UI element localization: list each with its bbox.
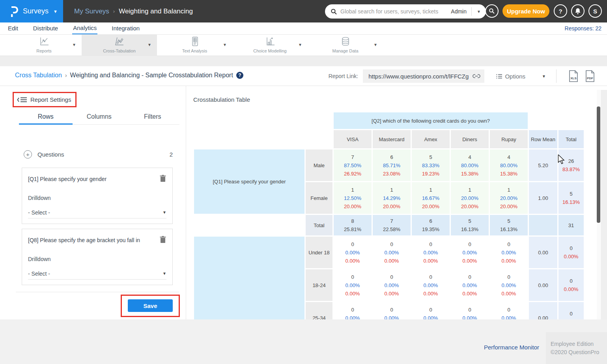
line-chart-icon xyxy=(6,37,82,46)
data-cell: 00.00%0.00% xyxy=(412,302,450,319)
data-cell: 00.00%0.00% xyxy=(334,237,372,268)
data-cell: 112.50%20.00% xyxy=(334,182,372,214)
top-breadcrumb: My Surveys › Weighting and Balancing xyxy=(74,0,193,22)
edition-line1: Employee Edition xyxy=(551,340,607,348)
delete-question-icon[interactable] xyxy=(160,236,166,243)
header-spacer xyxy=(529,112,584,129)
global-search: Admin ▼ xyxy=(325,4,486,19)
toolbar-cross-tabulation[interactable]: ▼ Cross-Tabulation xyxy=(82,35,157,56)
report-help-icon[interactable]: ? xyxy=(236,72,243,79)
choice-modelling-caret-icon[interactable]: ▼ xyxy=(298,43,302,47)
toolbar-choice-modelling[interactable]: ▼ Choice Modelling xyxy=(232,35,308,56)
report-settings-toggle[interactable]: Report Settings xyxy=(13,92,77,107)
data-cell: 00.00%0.00% xyxy=(490,237,528,268)
divider xyxy=(556,69,557,83)
data-cell: 00.00%0.00% xyxy=(334,269,372,301)
delete-question-icon[interactable] xyxy=(160,175,166,182)
page-right-gutter xyxy=(601,90,607,319)
avatar-initial: S xyxy=(593,8,597,15)
question-group-cell xyxy=(194,237,304,319)
data-cell: 00.00%0.00% xyxy=(451,302,489,319)
nav-edit[interactable]: Edit xyxy=(7,23,19,34)
nav-analytics[interactable]: Analytics xyxy=(72,23,97,34)
report-settings-label: Report Settings xyxy=(30,96,71,103)
survey-nav: Edit Distribute Analytics Integration Re… xyxy=(0,22,607,35)
questions-header: + Questions 2 xyxy=(24,150,173,159)
search-submit-button[interactable] xyxy=(485,4,499,18)
group-empty-cell xyxy=(194,215,304,235)
tab-filters[interactable]: Filters xyxy=(126,111,179,125)
global-search-input[interactable] xyxy=(340,8,448,15)
report-content: Cross Tabulation › Weighting and Balanci… xyxy=(0,66,607,319)
export-pdf-button[interactable]: PDF xyxy=(585,70,595,82)
row-label-under-18: Under 18 xyxy=(306,237,332,268)
scrollbar-thumb[interactable] xyxy=(597,106,600,223)
data-cell: 516.13% xyxy=(490,215,528,235)
surveys-menu[interactable]: Surveys ▼ xyxy=(0,0,63,22)
options-caret-icon[interactable]: ▼ xyxy=(542,74,546,78)
tab-rows[interactable]: Rows xyxy=(19,111,73,125)
toolbar-manage-data[interactable]: ▼ Manage Data xyxy=(308,35,383,56)
cross-tab-chart-icon xyxy=(82,37,157,46)
data-cell: 722.58% xyxy=(373,215,411,235)
nav-distribute[interactable]: Distribute xyxy=(32,23,59,34)
search-scope-caret-icon[interactable]: ▼ xyxy=(472,9,486,14)
breadcrumb-separator: › xyxy=(113,8,115,14)
select-caret-icon: ▼ xyxy=(162,210,166,215)
drilldown-label: Drilldown xyxy=(28,195,51,201)
breadcrumb-my-surveys[interactable]: My Surveys xyxy=(74,7,109,15)
data-cell: 480.00%15.38% xyxy=(451,149,489,181)
text-analysis-icon xyxy=(157,37,232,46)
crosstab-title: Crosstabulation Table xyxy=(193,96,250,103)
report-url[interactable]: https://www.questionpro.com/t/lFFCZg xyxy=(368,73,469,80)
settings-tabs: Rows Columns Filters xyxy=(19,111,179,125)
help-button[interactable]: ? xyxy=(554,4,567,18)
divider xyxy=(16,292,179,292)
manage-data-caret-icon[interactable]: ▼ xyxy=(374,43,377,47)
add-question-button[interactable]: + xyxy=(24,150,32,159)
data-cell: 787.50%26.92% xyxy=(334,149,372,181)
select-caret-icon: ▼ xyxy=(162,271,166,276)
crosstab-pane: Crosstabulation Table [Q2] which of the … xyxy=(187,86,607,319)
row-total-cell: 00.00% xyxy=(558,237,584,268)
performance-monitor-link[interactable]: Performance Monitor xyxy=(484,344,539,351)
cross-tabulation-link[interactable]: Cross Tabulation xyxy=(15,72,62,79)
app-window: Surveys ▼ My Surveys › Weighting and Bal… xyxy=(0,0,607,364)
data-cell: 116.67%20.00% xyxy=(412,182,450,214)
col-header-mastercard: Mastercard xyxy=(373,130,411,148)
nav-integration[interactable]: Integration xyxy=(111,23,140,34)
toolbar-text-analysis[interactable]: ▼ Text Analysis xyxy=(157,35,232,56)
row-mean-cell: 0.00 xyxy=(529,302,557,319)
data-cell: 00.00%0.00% xyxy=(373,237,411,268)
notifications-button[interactable] xyxy=(571,4,585,18)
export-xls-button[interactable]: XLS xyxy=(568,70,579,82)
toolbar-reports[interactable]: ▼ Reports xyxy=(6,35,82,56)
upgrade-now-button[interactable]: Upgrade Now xyxy=(502,4,549,18)
bell-icon xyxy=(575,8,581,15)
options-button[interactable]: Options xyxy=(496,73,525,80)
data-cell: 583.33%19.23% xyxy=(412,149,450,181)
search-scope-select[interactable]: Admin xyxy=(448,7,472,16)
collapse-panel-icon xyxy=(17,97,27,103)
report-breadcrumb: Cross Tabulation › Weighting and Balanci… xyxy=(15,72,243,79)
questions-label: Questions xyxy=(37,151,64,158)
row-total-cell: 2683.87% xyxy=(558,149,584,181)
reports-caret-icon[interactable]: ▼ xyxy=(72,43,76,47)
drilldown-select[interactable]: - Select - ▼ xyxy=(28,268,166,280)
row-label-25-34: 25-34 xyxy=(306,302,332,319)
cross-tabulation-caret-icon[interactable]: ▼ xyxy=(148,43,151,47)
drilldown-select[interactable]: - Select - ▼ xyxy=(28,207,166,218)
question-group-cell: [Q1] Please specify your gender xyxy=(194,149,304,214)
report-url-box[interactable]: https://www.questionpro.com/t/lFFCZg xyxy=(363,69,484,83)
account-avatar[interactable]: S xyxy=(588,4,602,18)
save-button[interactable]: Save xyxy=(128,299,173,312)
drilldown-select-value: - Select - xyxy=(28,209,50,216)
text-analysis-caret-icon[interactable]: ▼ xyxy=(223,43,227,47)
link-icon[interactable] xyxy=(473,73,480,79)
tab-columns[interactable]: Columns xyxy=(73,111,126,125)
search-icon xyxy=(331,8,337,15)
row-total-cell: 00.00% xyxy=(558,269,584,301)
report-link-label: Report Link: xyxy=(329,73,358,79)
total-header: Total xyxy=(558,130,584,148)
surveys-menu-label: Surveys xyxy=(23,7,49,15)
